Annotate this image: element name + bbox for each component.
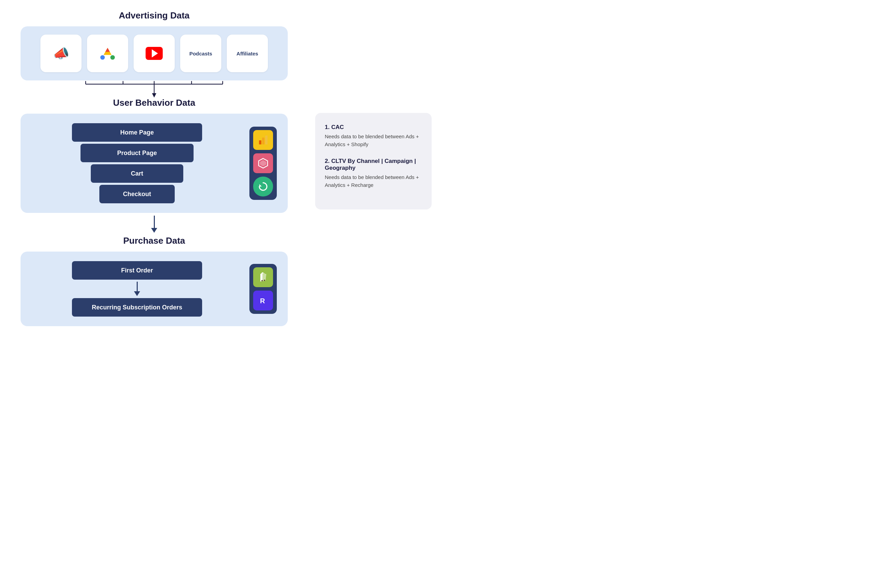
youtube-icon bbox=[146, 47, 163, 60]
connector-lines bbox=[51, 80, 257, 98]
purchase-arrow-head bbox=[134, 291, 140, 296]
purchase-arrow bbox=[134, 282, 140, 296]
google-ads-icon bbox=[100, 46, 115, 61]
metric-cac-title: 1. CAC bbox=[325, 124, 422, 131]
advertising-title: Advertising Data bbox=[119, 10, 190, 21]
svg-rect-15 bbox=[265, 135, 268, 144]
purchase-box: First Order Recurring Subscription Order… bbox=[21, 252, 288, 326]
svg-point-3 bbox=[110, 55, 115, 60]
funnel-step-cart: Cart bbox=[91, 164, 183, 183]
metric-item-cac: 1. CAC Needs data to be blended between … bbox=[325, 124, 422, 148]
connector-svg bbox=[51, 80, 257, 98]
left-column: Advertising Data 📣 bbox=[7, 10, 301, 326]
purchase-title: Purchase Data bbox=[123, 236, 185, 246]
metric-item-cltv: 2. CLTV By Channel | Campaign | Geograph… bbox=[325, 158, 422, 189]
podcasts-label: Podcasts bbox=[190, 51, 212, 57]
behavior-purchase-connector bbox=[151, 216, 157, 233]
behavior-box: Home Page Product Page Cart Checkout bbox=[21, 114, 288, 213]
recharge-svg: R bbox=[257, 295, 269, 306]
svg-text:R: R bbox=[260, 297, 265, 304]
ad-item-youtube bbox=[134, 34, 175, 72]
ad-item-meta: 📣 bbox=[41, 34, 81, 72]
funnel-step-home: Home Page bbox=[72, 123, 202, 142]
purchase-arrow-line bbox=[137, 282, 138, 291]
svg-point-20 bbox=[264, 280, 265, 281]
ad-item-affiliates: Affiliates bbox=[227, 34, 268, 72]
ad-item-google bbox=[87, 34, 128, 72]
powerbi-icon bbox=[253, 130, 273, 150]
refresh-icon bbox=[253, 177, 273, 196]
svg-marker-12 bbox=[152, 93, 156, 98]
main-container: Advertising Data 📣 bbox=[7, 10, 432, 326]
refresh-svg bbox=[257, 181, 269, 192]
behavior-icon-stack bbox=[250, 127, 277, 200]
behavior-title: User Behavior Data bbox=[113, 98, 195, 108]
funnel-step-checkout: Checkout bbox=[99, 185, 175, 203]
funnel-step-product: Product Page bbox=[81, 144, 194, 162]
affiliates-label: Affiliates bbox=[236, 51, 258, 57]
svg-marker-18 bbox=[259, 184, 262, 186]
arrow-head bbox=[151, 228, 157, 233]
purchase-step-recurring: Recurring Subscription Orders bbox=[72, 298, 202, 316]
svg-point-19 bbox=[262, 280, 263, 281]
metric-cac-desc: Needs data to be blended between Ads + A… bbox=[325, 133, 422, 148]
recharge-icon: R bbox=[253, 291, 273, 310]
svg-point-2 bbox=[100, 55, 105, 60]
svg-rect-13 bbox=[259, 140, 262, 144]
purchase-icon-stack: R bbox=[250, 264, 277, 314]
shopify-icon bbox=[253, 267, 273, 287]
hex-icon bbox=[253, 153, 273, 173]
arrow-line bbox=[154, 216, 155, 228]
svg-rect-14 bbox=[262, 138, 265, 144]
hex-svg bbox=[257, 158, 269, 169]
advertising-box: 📣 Podcasts bbox=[21, 26, 288, 80]
svg-marker-17 bbox=[260, 160, 266, 166]
funnel-column: Home Page Product Page Cart Checkout bbox=[32, 123, 242, 203]
youtube-play-triangle bbox=[152, 49, 158, 57]
powerbi-svg bbox=[257, 134, 269, 146]
shopify-svg bbox=[257, 272, 269, 283]
connector-section bbox=[21, 80, 288, 98]
purchase-column: First Order Recurring Subscription Order… bbox=[32, 261, 242, 316]
megaphone-icon: 📣 bbox=[53, 47, 69, 60]
metric-cltv-title: 2. CLTV By Channel | Campaign | Geograph… bbox=[325, 158, 422, 171]
metric-cltv-desc: Needs data to be blended between Ads + A… bbox=[325, 174, 422, 189]
metrics-panel: 1. CAC Needs data to be blended between … bbox=[315, 113, 432, 210]
purchase-step-first: First Order bbox=[72, 261, 202, 280]
svg-marker-4 bbox=[105, 48, 110, 52]
ad-item-podcasts: Podcasts bbox=[180, 34, 221, 72]
